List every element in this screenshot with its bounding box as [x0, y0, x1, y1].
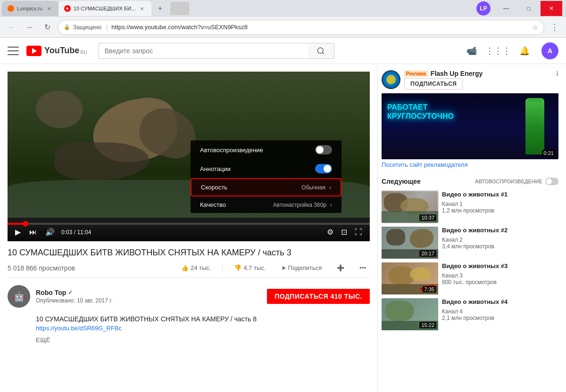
sidebar: Реклама Flash Up Energy ℹ ПОДПИСАТЬСЯ [377, 64, 566, 392]
url-text: https://www.youtube.com/watch?v=uSEXN9Pk… [111, 24, 529, 31]
share-label: Поделиться [288, 264, 322, 271]
video-info-4: Видео о животных #4 Канал 4 2,1 млн прос… [442, 298, 558, 330]
next-label: Следующее [382, 178, 421, 185]
video-list-title-1: Видео о животных #1 [442, 191, 558, 199]
list-item[interactable]: 10:37 Видео о животных #1 Канал 1 1,2 мл… [382, 191, 558, 223]
maximize-button[interactable]: □ [518, 1, 540, 16]
miniplayer-button[interactable]: ⊡ [339, 227, 349, 237]
progress-fill [8, 223, 25, 225]
youtube-logo-icon [26, 46, 42, 56]
list-item[interactable]: 20:17 Видео о животных #2 Канал 2 3,4 мл… [382, 227, 558, 259]
progress-bar[interactable] [8, 223, 370, 225]
dislike-button[interactable]: 👎 4,7 тыс. [230, 262, 269, 273]
hamburger-menu[interactable] [8, 47, 19, 55]
ad-visit-link[interactable]: Посетить сайт рекламодателя [382, 161, 558, 168]
settings-menu: Автовоспроизведение Аннотации Скорость [191, 140, 341, 213]
tab-spacer [170, 2, 189, 15]
bookmark-icon[interactable]: ☆ [532, 24, 538, 31]
dislike-icon: 👎 [234, 264, 241, 271]
fullscreen-button[interactable]: ⛶ [353, 227, 364, 237]
share-button[interactable]: ➤ Поделиться [277, 262, 326, 273]
tab-favicon-yt [64, 5, 71, 12]
close-button[interactable]: ✕ [541, 1, 562, 16]
chrome-window: Lumpics.ru ✕ 10 СУМАСШЕДШИХ БИ... ✕ + LP… [0, 0, 566, 392]
video-channel-1: Канал 1 [442, 201, 558, 207]
like-button[interactable]: 👍 24 тыс. [177, 262, 215, 273]
subscribe-button[interactable]: ПОДПИСАТЬСЯ 410 ТЫС. [267, 289, 370, 304]
settings-quality[interactable]: Качество Автонастройка 360p › [191, 196, 341, 213]
settings-annotations[interactable]: Аннотации [191, 159, 341, 178]
more-options-button[interactable]: ⋮ [547, 20, 562, 35]
settings-annotations-label: Аннотации [200, 165, 231, 172]
video-views-1: 1,2 млн просмотров [442, 207, 558, 214]
youtube-logo-text: YouTube [44, 46, 79, 56]
annotations-toggle[interactable] [315, 164, 332, 173]
channel-avatar[interactable]: 🤖 [8, 285, 30, 308]
autoplay-toggle[interactable] [315, 145, 332, 155]
search-input[interactable] [99, 43, 308, 59]
video-list-title-3: Видео о животных #3 [442, 262, 558, 270]
settings-autoplay[interactable]: Автовоспроизведение [191, 140, 341, 159]
volume-button[interactable]: 🔊 [43, 227, 57, 237]
ad-channel-name: Flash Up Energy [431, 70, 483, 77]
ad-thumbnail[interactable]: РАБОТАЕТ КРУГЛОСУТОЧНО 0:21 [382, 93, 558, 159]
video-camera-icon[interactable]: 📹 [462, 41, 481, 60]
tab-lumpics[interactable]: Lumpics.ru ✕ [2, 1, 58, 16]
video-stats: 5 018 866 просмотров 👍 24 тыс. 👎 4,7 тыс… [8, 262, 370, 278]
list-item[interactable]: 7:35 Видео о животных #3 Канал 3 800 тыс… [382, 262, 558, 294]
channel-name: Robo Top ✓ [36, 289, 261, 296]
notifications-icon[interactable]: 🔔 [515, 41, 534, 60]
next-header: Следующее АВТОВОСПРОИЗВЕДЕНИЕ [382, 176, 558, 185]
list-item[interactable]: 15:22 Видео о животных #4 Канал 4 2,1 мл… [382, 298, 558, 330]
autoplay-toggle[interactable] [545, 178, 558, 185]
time-current: 0:03 [61, 229, 72, 236]
video-section: Автовоспроизведение Аннотации Скорость [0, 64, 377, 392]
like-icon: 👍 [181, 264, 189, 271]
ad-info-icon[interactable]: ℹ [556, 70, 558, 77]
video-player[interactable]: Автовоспроизведение Аннотации Скорость [8, 72, 370, 241]
tab-youtube[interactable]: 10 СУМАСШЕДШИХ БИ... ✕ [58, 1, 152, 16]
desc-link[interactable]: https://youtu.be/dSR69G_RFBc [36, 325, 370, 332]
show-more[interactable]: ЕЩЁ [36, 336, 50, 343]
tab-close-yt[interactable]: ✕ [138, 5, 146, 12]
minimize-button[interactable]: — [495, 1, 517, 16]
next-button[interactable]: ⏭ [27, 227, 39, 237]
video-views-4: 2,1 млн просмотров [442, 315, 558, 321]
address-bar: ← → ↻ 🔒 Защищено | https://www.youtube.c… [0, 17, 566, 38]
more-icon: ••• [359, 264, 366, 271]
thumbnail-wrapper: 7:35 [382, 262, 438, 294]
new-tab-button[interactable]: + [153, 2, 166, 15]
apps-icon[interactable]: ⋮⋮⋮ [489, 41, 508, 60]
forward-button[interactable]: → [22, 20, 37, 35]
add-button[interactable]: ➕ [333, 262, 348, 273]
play-button[interactable]: ▶ [13, 227, 23, 237]
settings-button[interactable]: ⚙ [325, 227, 335, 237]
secure-label: Защищено [73, 24, 101, 31]
video-channel-2: Канал 2 [442, 237, 558, 243]
ad-card: Реклама Flash Up Energy ℹ ПОДПИСАТЬСЯ [382, 64, 558, 168]
browser-content: YouTubeRU 📹 ⋮⋮⋮ 🔔 A [0, 38, 566, 392]
separator [222, 263, 223, 273]
publish-date: Опубликовано: 10 авг. 2017 г. [36, 297, 261, 304]
youtube-logo[interactable]: YouTubeRU [26, 46, 87, 56]
video-description: 10 СУМАСШЕДШИХ БИТВ ЖИВОТНЫХ СНЯТЫХ НА К… [8, 315, 370, 344]
more-actions-button[interactable]: ••• [356, 262, 370, 273]
like-count: 24 тыс. [191, 264, 211, 271]
refresh-button[interactable]: ↻ [40, 20, 55, 35]
svg-point-0 [318, 48, 324, 53]
video-duration-1: 10:37 [419, 214, 436, 221]
video-info-2: Видео о животных #2 Канал 2 3,4 млн прос… [442, 227, 558, 259]
search-button[interactable] [308, 43, 334, 59]
action-buttons: 👍 24 тыс. 👎 4,7 тыс. ➤ Поделиться [177, 262, 370, 273]
svg-line-1 [323, 52, 324, 54]
add-icon: ➕ [337, 264, 344, 271]
youtube-logo-sub: RU [80, 50, 87, 55]
user-avatar[interactable]: LP [476, 1, 491, 16]
back-button[interactable]: ← [4, 20, 19, 35]
settings-speed[interactable]: Скорость Обычная › [191, 178, 341, 196]
url-bar[interactable]: 🔒 Защищено | https://www.youtube.com/wat… [58, 20, 544, 35]
tab-close-lumpics[interactable]: ✕ [45, 5, 53, 12]
autoplay-row: АВТОВОСПРОИЗВЕДЕНИЕ [475, 178, 558, 185]
user-avatar-yt[interactable]: A [541, 42, 558, 59]
ad-subscribe-button[interactable]: ПОДПИСАТЬСЯ [404, 78, 463, 90]
